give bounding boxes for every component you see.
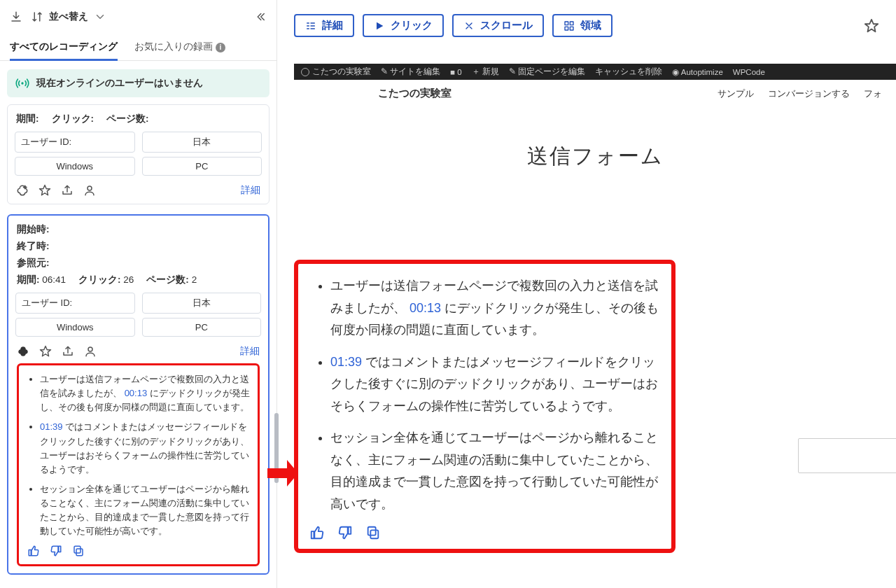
svg-rect-8 (570, 27, 573, 30)
session-preview: こたつの実験室 ✎ サイトを編集 ■ 0 ＋ 新規 ✎ 固定ページを編集 キャッ… (294, 64, 896, 588)
user-id-chip: ユーザー ID: (15, 132, 135, 153)
collapse-sidebar-icon[interactable] (254, 10, 267, 23)
star-icon[interactable] (39, 345, 52, 358)
ai-sparkle-icon[interactable] (16, 184, 29, 197)
thumbs-up-icon[interactable] (27, 545, 40, 557)
share-icon[interactable] (61, 184, 74, 197)
os-chip: Windows (15, 157, 135, 176)
svg-rect-6 (570, 22, 573, 25)
online-banner-text: 現在オンラインのユーザーはいません (36, 77, 203, 90)
timestamp-link[interactable]: 00:13 (125, 388, 148, 398)
sort-dropdown[interactable]: 並べ替え (31, 10, 106, 23)
pages-label: ページ数: (106, 113, 149, 125)
wordpress-admin-bar: こたつの実験室 ✎ サイトを編集 ■ 0 ＋ 新規 ✎ 固定ページを編集 キャッ… (294, 64, 896, 80)
device-chip: PC (142, 157, 262, 176)
nav-item[interactable]: フォ (864, 88, 882, 100)
timestamp-link[interactable]: 01:39 (40, 421, 63, 432)
svg-rect-7 (565, 27, 568, 30)
os-chip: Windows (15, 318, 135, 337)
sidebar-tabs: すべてのレコーディング お気に入りの録画i (0, 34, 276, 61)
copy-icon[interactable] (72, 545, 85, 557)
favorite-star-icon[interactable] (864, 18, 879, 34)
site-header: こたつの実験室 サンプル コンバージョンする フォ (294, 80, 896, 107)
grid-icon (564, 20, 575, 31)
download-icon[interactable] (10, 10, 22, 23)
form-input-preview (798, 438, 896, 473)
svg-point-2 (88, 347, 92, 351)
page-heading: 送信フォーム (294, 142, 896, 171)
period-value: 06:41 (42, 274, 66, 285)
scroll-view-button[interactable]: スクロール (452, 14, 544, 37)
svg-rect-10 (368, 527, 376, 536)
svg-rect-5 (565, 22, 568, 25)
callout-arrow-icon (266, 458, 300, 488)
country-chip: 日本 (142, 132, 262, 153)
sidebar-topbar: 並べ替え (0, 0, 276, 34)
svg-rect-9 (370, 530, 378, 538)
svg-rect-4 (74, 546, 80, 553)
period-label: 期間: (16, 113, 39, 125)
end-label: 終了時: (17, 240, 50, 253)
ai-summary-large: ユーザーは送信フォームページで複数回の入力と送信を試みましたが、 00:13 に… (294, 260, 676, 553)
detail-link[interactable]: 詳細 (241, 184, 260, 197)
close-icon (463, 20, 475, 31)
recording-card[interactable]: 期間: クリック: ページ数: ユーザー ID: 日本 Windows PC 詳… (7, 104, 270, 204)
copy-icon[interactable] (365, 525, 381, 540)
sort-icon (31, 10, 43, 23)
star-icon[interactable] (38, 184, 51, 197)
main-toolbar: 詳細 クリック スクロール 領域 (277, 0, 896, 47)
thumbs-down-icon[interactable] (50, 545, 62, 557)
thumbs-down-icon[interactable] (337, 525, 353, 540)
svg-point-1 (88, 186, 92, 190)
recording-card-selected[interactable]: 開始時: 終了時: 参照元: 期間: 06:41 クリック: 26 ページ数: … (7, 214, 270, 575)
device-chip: PC (142, 318, 262, 337)
user-id-chip: ユーザー ID: (15, 293, 135, 314)
ai-summary-small: ユーザーは送信フォームページで複数回の入力と送信を試みましたが、 00:13 に… (17, 363, 260, 566)
region-view-button[interactable]: 領域 (552, 14, 612, 37)
ref-label: 参照元: (17, 257, 50, 270)
click-view-button[interactable]: クリック (363, 14, 444, 37)
tab-favorite-recordings[interactable]: お気に入りの録画i (134, 34, 225, 60)
main-area: 詳細 クリック スクロール 領域 こたつの実験室 ✎ サイトを編集 ■ 0 ＋ … (277, 0, 896, 588)
nav-item[interactable]: コンバージョンする (768, 88, 850, 100)
tab-all-recordings[interactable]: すべてのレコーディング (10, 34, 118, 60)
start-label: 開始時: (17, 223, 50, 236)
share-icon[interactable] (62, 345, 74, 358)
nav-item[interactable]: サンプル (718, 88, 754, 100)
site-nav: サンプル コンバージョンする フォ (718, 88, 882, 100)
country-chip: 日本 (142, 293, 262, 314)
timestamp-link[interactable]: 00:13 (410, 301, 441, 315)
svg-rect-3 (76, 549, 83, 556)
ai-sparkle-filled-icon[interactable] (17, 345, 29, 358)
detail-view-button[interactable]: 詳細 (294, 14, 354, 37)
user-icon[interactable] (84, 345, 97, 358)
sort-label: 並べ替え (49, 10, 88, 23)
detail-link[interactable]: 詳細 (240, 345, 260, 358)
info-icon: i (216, 43, 225, 52)
clicks-value: 26 (123, 274, 134, 285)
svg-point-0 (21, 82, 23, 84)
broadcast-icon (15, 76, 29, 90)
site-title: こたつの実験室 (378, 87, 451, 100)
user-icon[interactable] (83, 184, 96, 197)
list-icon (305, 20, 316, 31)
sidebar: 並べ替え すべてのレコーディング お気に入りの録画i 現在オンラインのユーザーは… (0, 0, 277, 588)
chevron-down-icon (94, 10, 106, 23)
timestamp-link[interactable]: 01:39 (330, 355, 362, 369)
thumbs-up-icon[interactable] (309, 525, 325, 540)
clicks-label: クリック: (52, 113, 94, 125)
play-icon (374, 20, 385, 31)
pages-value: 2 (192, 274, 197, 285)
online-users-banner: 現在オンラインのユーザーはいません (7, 69, 270, 97)
